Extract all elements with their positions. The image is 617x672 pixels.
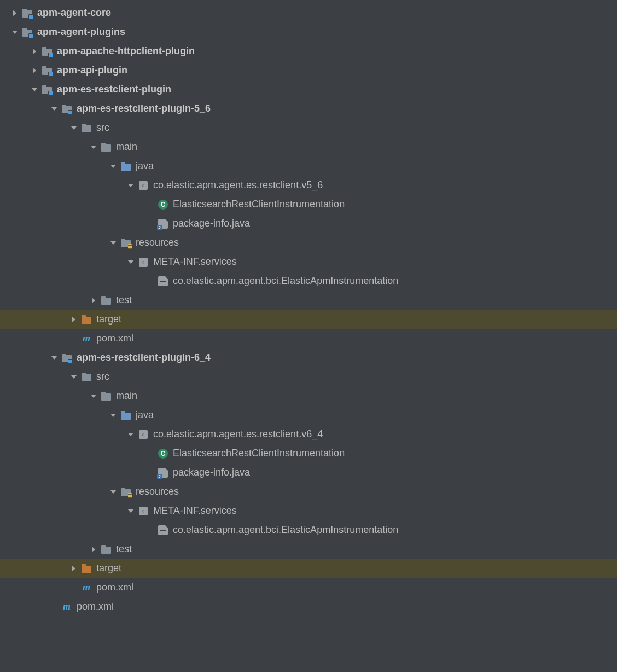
module-folder-icon (22, 27, 33, 38)
collapse-icon[interactable] (127, 258, 135, 266)
module-folder-icon (42, 46, 53, 57)
collapse-icon[interactable] (50, 105, 58, 113)
tree-item-label: co.elastic.apm.agent.es.restclient.v5_6 (153, 179, 323, 191)
tree-item-label: java (136, 160, 154, 172)
expand-icon[interactable] (90, 297, 97, 304)
class-icon: C (158, 448, 168, 459)
folder-icon (81, 123, 92, 134)
collapse-icon[interactable] (109, 488, 117, 496)
tree-item-label: co.elastic.apm.agent.es.restclient.v6_4 (153, 428, 323, 440)
collapse-icon[interactable] (109, 163, 117, 170)
tree-item-label: src (96, 371, 109, 383)
collapse-icon[interactable] (50, 354, 58, 362)
expand-icon[interactable] (70, 565, 78, 572)
tree-item-label: apm-agent-core (37, 7, 111, 19)
tree-row[interactable]: Jpackage-info.java (0, 214, 617, 233)
tree-row[interactable]: apm-es-restclient-plugin (0, 80, 617, 99)
maven-file-icon: m (81, 333, 92, 344)
tree-row[interactable]: resources (0, 482, 617, 501)
collapse-icon[interactable] (127, 507, 135, 515)
tree-row[interactable]: apm-agent-plugins (0, 22, 617, 42)
tree-row[interactable]: apm-es-restclient-plugin-6_4 (0, 348, 617, 367)
expand-icon[interactable] (31, 67, 38, 74)
package-icon (138, 429, 149, 440)
tree-row[interactable]: resources (0, 233, 617, 252)
tree-item-label: java (136, 409, 154, 421)
tree-item-label: pom.xml (96, 333, 133, 344)
module-folder-icon (61, 103, 72, 114)
tree-item-label: apm-es-restclient-plugin-5_6 (77, 103, 211, 114)
collapse-icon[interactable] (127, 431, 135, 438)
text-file-icon (158, 276, 168, 287)
collapse-icon[interactable] (90, 392, 97, 400)
collapse-icon[interactable] (127, 182, 135, 189)
tree-row[interactable]: co.elastic.apm.agent.es.restclient.v5_6 (0, 176, 617, 195)
tree-row[interactable]: mpom.xml (0, 597, 617, 616)
tree-item-label: ElasticsearchRestClientInstrumentation (173, 448, 345, 459)
tree-row[interactable]: CElasticsearchRestClientInstrumentation (0, 195, 617, 214)
expand-icon[interactable] (11, 9, 19, 17)
tree-row[interactable]: target (0, 559, 617, 578)
tree-item-label: test (116, 294, 132, 306)
java-file-icon: J (158, 218, 168, 229)
tree-row[interactable]: co.elastic.apm.agent.es.restclient.v6_4 (0, 425, 617, 444)
tree-row[interactable]: main (0, 137, 617, 157)
tree-row[interactable]: java (0, 157, 617, 176)
project-tree[interactable]: apm-agent-coreapm-agent-pluginsapm-apach… (0, 0, 617, 616)
tree-row[interactable]: META-INF.services (0, 501, 617, 520)
tree-row[interactable]: mpom.xml (0, 578, 617, 597)
target-folder-icon (81, 314, 92, 325)
collapse-icon[interactable] (70, 373, 78, 381)
tree-row[interactable]: src (0, 118, 617, 137)
tree-item-label: src (96, 122, 109, 134)
tree-item-label: apm-agent-plugins (37, 26, 125, 38)
tree-row[interactable]: Jpackage-info.java (0, 463, 617, 482)
tree-item-label: package-info.java (173, 467, 250, 478)
tree-item-label: target (96, 314, 121, 325)
tree-row[interactable]: apm-apache-httpclient-plugin (0, 42, 617, 61)
tree-row[interactable]: src (0, 367, 617, 386)
folder-icon (81, 372, 92, 383)
target-folder-icon (81, 563, 92, 574)
collapse-icon[interactable] (70, 124, 78, 132)
expand-icon[interactable] (31, 48, 38, 55)
module-folder-icon (61, 352, 72, 363)
tree-row[interactable]: test (0, 291, 617, 310)
tree-row[interactable]: apm-agent-core (0, 3, 617, 22)
maven-file-icon: m (61, 601, 72, 612)
collapse-icon[interactable] (90, 143, 97, 151)
module-folder-icon (42, 65, 53, 76)
tree-item-label: ElasticsearchRestClientInstrumentation (173, 199, 345, 210)
folder-icon (101, 391, 112, 402)
tree-row[interactable]: co.elastic.apm.agent.bci.ElasticApmInstr… (0, 271, 617, 291)
collapse-icon[interactable] (31, 86, 38, 94)
expand-icon[interactable] (90, 546, 97, 553)
folder-icon (101, 544, 112, 555)
resources-folder-icon (120, 486, 131, 497)
java-file-icon: J (158, 467, 168, 478)
tree-item-label: META-INF.services (153, 505, 237, 517)
resources-folder-icon (120, 237, 131, 248)
tree-row[interactable]: CElasticsearchRestClientInstrumentation (0, 444, 617, 463)
maven-file-icon: m (81, 582, 92, 593)
tree-row[interactable]: mpom.xml (0, 329, 617, 348)
tree-row[interactable]: target (0, 310, 617, 329)
tree-row[interactable]: java (0, 405, 617, 425)
collapse-icon[interactable] (109, 412, 117, 419)
tree-row[interactable]: co.elastic.apm.agent.bci.ElasticApmInstr… (0, 520, 617, 540)
collapse-icon[interactable] (11, 28, 19, 36)
tree-row[interactable]: apm-es-restclient-plugin-5_6 (0, 99, 617, 118)
tree-row[interactable]: main (0, 386, 617, 405)
tree-row[interactable]: test (0, 540, 617, 559)
tree-row[interactable]: apm-api-plugin (0, 61, 617, 80)
module-folder-icon (22, 8, 33, 19)
package-icon (138, 180, 149, 191)
tree-item-label: apm-apache-httpclient-plugin (57, 45, 195, 57)
tree-item-label: pom.xml (77, 601, 114, 612)
tree-item-label: test (116, 543, 132, 555)
tree-item-label: apm-es-restclient-plugin (57, 84, 171, 95)
collapse-icon[interactable] (109, 239, 117, 247)
expand-icon[interactable] (70, 316, 78, 323)
tree-row[interactable]: META-INF.services (0, 252, 617, 271)
source-folder-icon (120, 410, 131, 421)
